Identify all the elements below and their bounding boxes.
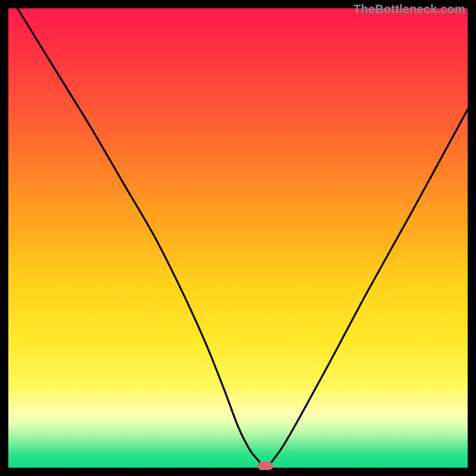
optimal-point-marker	[258, 462, 273, 470]
bottleneck-curve	[8, 8, 468, 468]
